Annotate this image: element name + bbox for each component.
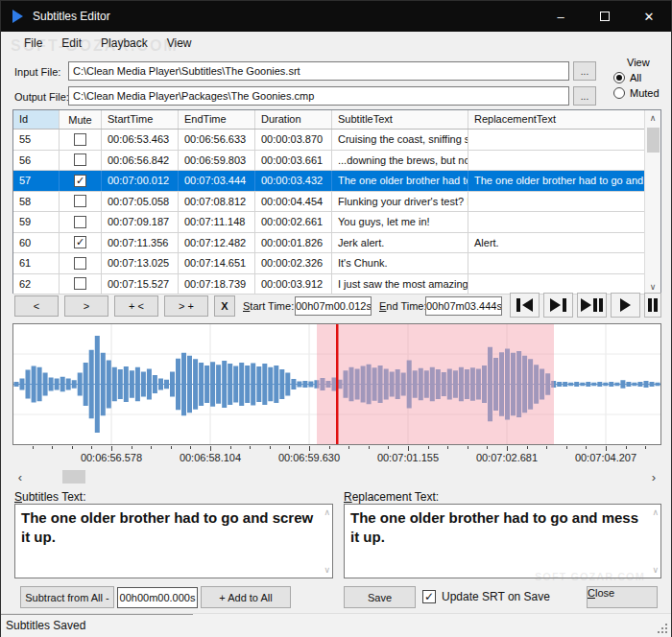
output-file-label: Output File:: [14, 91, 69, 103]
column-header-id[interactable]: Id: [13, 110, 60, 129]
column-header-starttime[interactable]: StartTime: [102, 110, 179, 129]
table-row[interactable]: 6200:07:15.52700:07:18.73900:00:03.912I …: [13, 274, 644, 295]
scroll-down-icon[interactable]: ∨: [652, 565, 659, 575]
cell-st: 00:07:00.012: [102, 171, 179, 191]
nudge-right-button[interactable]: >: [64, 295, 108, 317]
update-srt-checkbox-row[interactable]: ✓ Update SRT on Save: [422, 590, 550, 603]
table-row[interactable]: 5900:07:09.18700:07:11.14800:00:02.661Yo…: [13, 212, 644, 233]
save-button[interactable]: Save: [344, 586, 416, 608]
extend-start-button[interactable]: + <: [114, 295, 158, 317]
play-button[interactable]: [611, 293, 640, 318]
table-row[interactable]: 5600:06:56.84200:06:59.80300:00:03.661..…: [13, 151, 644, 172]
table-row[interactable]: 57✓00:07:00.01200:07:03.44400:00:03.432T…: [13, 171, 644, 192]
minor-tick: [91, 446, 92, 449]
table-scrollbar[interactable]: ∧ ∨: [644, 110, 660, 295]
input-file-field[interactable]: [68, 61, 569, 81]
pause-icon: [648, 298, 652, 312]
subtract-from-all-button[interactable]: Subtract from All -: [20, 586, 114, 608]
mute-checkbox[interactable]: [74, 133, 86, 146]
replacement-text-editor[interactable]: The one older brother had to go and mess…: [344, 504, 661, 578]
waveform-scrollbar[interactable]: ‹ ›: [12, 469, 661, 484]
maximize-icon: [600, 12, 610, 21]
close-button[interactable]: Close: [587, 586, 658, 608]
end-time-field[interactable]: [425, 296, 502, 316]
skip-to-start-icon: [516, 298, 520, 312]
major-tick: [606, 446, 607, 451]
column-header-replacementtext[interactable]: ReplacementText: [468, 110, 644, 129]
resize-grip-icon[interactable]: [665, 631, 667, 633]
play-pause-step-button[interactable]: [577, 293, 607, 318]
skip-to-end-icon: [550, 298, 561, 312]
column-header-mute[interactable]: Mute: [60, 110, 102, 129]
extend-end-button[interactable]: > +: [164, 295, 208, 317]
waveform[interactable]: [13, 324, 660, 444]
column-header-duration[interactable]: Duration: [255, 110, 332, 129]
input-file-browse-button[interactable]: ...: [573, 61, 596, 81]
waveform-panel[interactable]: [12, 323, 661, 445]
subtitles-text-editor[interactable]: The one older brother had to go and scre…: [14, 504, 333, 578]
major-tick: [507, 446, 508, 451]
menu-file[interactable]: File: [14, 34, 52, 53]
waveform-scrollbar-thumb[interactable]: [62, 470, 85, 484]
minor-tick: [527, 446, 528, 449]
cell-rep: [468, 192, 644, 212]
add-to-all-button[interactable]: + Add to All: [201, 586, 291, 608]
update-srt-checkbox[interactable]: ✓: [422, 590, 436, 603]
mute-checkbox[interactable]: ✓: [74, 175, 86, 187]
close-window-button[interactable]: ✕: [627, 1, 671, 32]
mute-checkbox[interactable]: [74, 195, 86, 207]
replacement-text-label: Replacement Text:: [344, 490, 439, 504]
output-file-field[interactable]: [68, 86, 569, 106]
cell-et: 00:07:18.739: [179, 274, 255, 295]
start-time-field[interactable]: [295, 296, 372, 316]
mute-checkbox[interactable]: [74, 153, 86, 166]
mute-checkbox[interactable]: [74, 277, 86, 290]
mute-checkbox[interactable]: [74, 216, 86, 228]
cell-st: 00:06:56.842: [102, 151, 179, 171]
titlebar[interactable]: Subtitles Editor – ✕: [1, 1, 671, 32]
menu-view[interactable]: View: [157, 34, 202, 53]
scroll-left-icon[interactable]: ‹: [12, 469, 28, 484]
table-scrollbar-thumb[interactable]: [647, 128, 660, 153]
scroll-up-icon[interactable]: ∧: [324, 507, 330, 517]
pause-button[interactable]: [644, 293, 661, 318]
minor-tick: [546, 446, 547, 449]
start-time-label: Start Time:: [243, 300, 294, 312]
table-row[interactable]: 5500:06:53.46300:06:56.63300:00:03.870Cr…: [13, 130, 644, 151]
output-file-browse-button[interactable]: ...: [573, 86, 596, 106]
nudge-left-button[interactable]: <: [14, 295, 59, 317]
table-row[interactable]: 6100:07:13.02500:07:14.65100:00:02.326It…: [13, 253, 644, 274]
cell-et: 00:07:08.812: [179, 192, 255, 212]
scroll-right-icon[interactable]: ›: [646, 469, 661, 484]
maximize-button[interactable]: [583, 1, 627, 32]
cell-du: 00:00:02.661: [255, 212, 332, 232]
minor-tick: [230, 446, 231, 449]
subtitles-text-label: Subtitles Text:: [14, 490, 86, 504]
column-header-subtitletext[interactable]: SubtitleText: [332, 110, 468, 129]
mute-cell: [60, 212, 102, 232]
table-row[interactable]: 5800:07:05.05800:07:08.81200:00:04.454Fl…: [13, 192, 644, 213]
menu-edit[interactable]: Edit: [52, 34, 91, 53]
minor-tick: [626, 446, 627, 449]
delete-button[interactable]: X: [214, 295, 235, 317]
offset-time-field[interactable]: [117, 587, 198, 608]
tick-label: 00:07:01.155: [364, 452, 452, 463]
view-option-all[interactable]: All: [613, 72, 665, 83]
scroll-up-icon[interactable]: ∧: [652, 507, 659, 517]
scroll-down-icon[interactable]: ∨: [324, 565, 330, 575]
mute-checkbox[interactable]: ✓: [74, 236, 86, 248]
input-file-label: Input File:: [14, 66, 60, 78]
minimize-button[interactable]: –: [539, 1, 583, 32]
view-option-muted[interactable]: Muted: [613, 87, 665, 99]
table-header: IdMuteStartTimeEndTimeDurationSubtitleTe…: [13, 110, 644, 130]
menu-playback[interactable]: Playback: [91, 34, 157, 53]
scroll-up-icon[interactable]: ∧: [645, 110, 660, 126]
skip-to-start-button[interactable]: [510, 293, 540, 318]
mute-checkbox[interactable]: [74, 257, 86, 270]
table-row[interactable]: 60✓00:07:11.35600:07:12.48200:00:01.826J…: [13, 233, 644, 254]
cell-rep: [468, 151, 644, 171]
column-header-endtime[interactable]: EndTime: [179, 110, 255, 129]
cell-st: 00:07:13.025: [102, 253, 179, 273]
view-group-title: View: [627, 57, 665, 68]
skip-to-end-button[interactable]: [543, 293, 573, 318]
